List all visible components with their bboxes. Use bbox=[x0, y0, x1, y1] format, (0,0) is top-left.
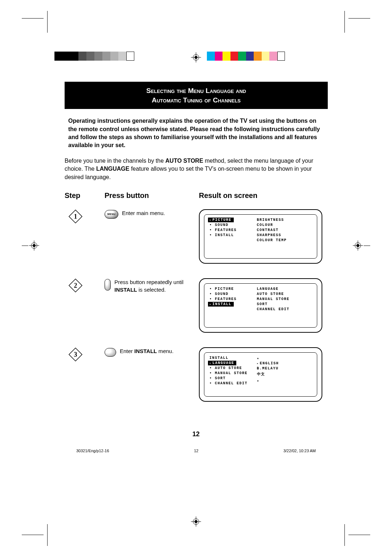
header-press-button: Press button bbox=[105, 191, 199, 200]
step-1-text: Enter main menu. bbox=[122, 209, 165, 217]
crop-mark bbox=[344, 524, 345, 546]
registration-mark-icon bbox=[29, 240, 39, 251]
header-step: Step bbox=[65, 191, 105, 200]
result-screen-2: PICTURESOUNDFEATURESINSTALLLANGUAGEAUTO … bbox=[199, 278, 322, 333]
footer-center: 12 bbox=[194, 449, 198, 453]
footer: 30321/Eng/p12-16 12 3/22/02, 10:23 AM bbox=[76, 449, 316, 453]
section-title: Selecting the Menu Language and Automati… bbox=[65, 82, 328, 109]
registration-mark-icon bbox=[191, 516, 201, 527]
column-headers: Step Press button Result on screen bbox=[65, 191, 328, 200]
step-row-2: 2 Press button repeatedly until INSTALL … bbox=[65, 278, 328, 333]
crop-mark bbox=[344, 11, 345, 33]
crop-mark bbox=[348, 535, 370, 535]
crop-mark bbox=[364, 246, 370, 246]
step-number-icon: 2 bbox=[68, 278, 83, 293]
menu-button-icon: MENU bbox=[105, 210, 118, 219]
intro-paragraph: Before you tune in the channels by the A… bbox=[65, 157, 328, 181]
step-2-text: Press button repeatedly until INSTALL is… bbox=[114, 278, 199, 293]
crop-mark bbox=[348, 18, 370, 19]
step-number-icon: 3 bbox=[68, 347, 83, 362]
registration-mark-icon bbox=[353, 240, 363, 251]
page-number: 12 bbox=[0, 430, 392, 438]
title-line-2: Automatic Tuning of Channels bbox=[65, 96, 328, 105]
down-button-icon bbox=[105, 279, 111, 291]
registration-mark-icon bbox=[191, 52, 201, 62]
right-button-icon bbox=[105, 348, 116, 357]
result-screen-1: PICTURESOUNDFEATURESINSTALLBRIGHTNESSCOL… bbox=[199, 209, 322, 264]
crop-mark bbox=[47, 524, 48, 546]
crop-mark bbox=[22, 535, 44, 535]
intro-paragraph-bold: Operating instructions generally explain… bbox=[68, 117, 324, 150]
crop-mark bbox=[47, 11, 48, 33]
step-row-3: 3 Enter INSTALL menu. INSTALLLANGUAGEAUT… bbox=[65, 347, 328, 402]
step-row-1: 1 MENU Enter main menu. PICTURESOUNDFEAT… bbox=[65, 209, 328, 264]
step-number-icon: 1 bbox=[68, 209, 83, 224]
header-result: Result on screen bbox=[199, 191, 326, 200]
footer-right: 3/22/02, 10:23 AM bbox=[283, 449, 316, 453]
grayscale-bar bbox=[54, 52, 134, 61]
title-line-1: Selecting the Menu Language and bbox=[65, 86, 328, 96]
crop-mark bbox=[22, 18, 44, 19]
color-bar bbox=[207, 52, 285, 61]
page-content: Selecting the Menu Language and Automati… bbox=[65, 82, 328, 402]
result-screen-3: INSTALLLANGUAGEAUTO STOREMANUAL STORESOR… bbox=[199, 347, 322, 402]
crop-mark bbox=[22, 246, 28, 246]
footer-left: 30321/Eng/p12-16 bbox=[76, 449, 109, 453]
step-3-text: Enter INSTALL menu. bbox=[120, 347, 173, 355]
